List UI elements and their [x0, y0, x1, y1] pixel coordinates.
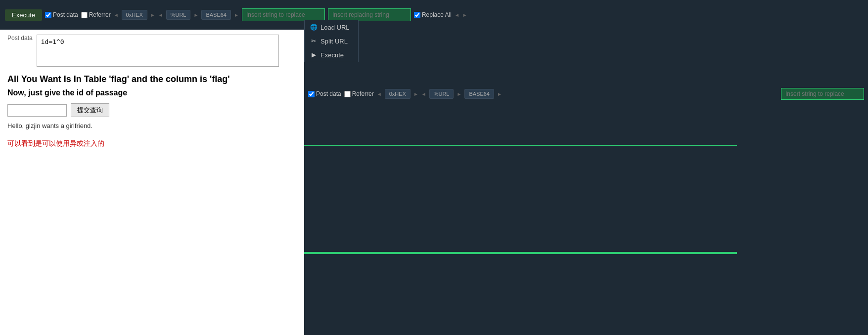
inner-referrer-label: Referrer: [352, 90, 374, 97]
arrow-6: ◄: [455, 12, 459, 18]
split-url-label: Split URL: [320, 38, 348, 45]
left-id-input[interactable]: [7, 104, 67, 117]
inner-arrow-1: ◄: [377, 91, 382, 97]
execute-icon: ▶: [310, 51, 318, 59]
arrow-2: ►: [150, 12, 155, 18]
left-red-note: 可以看到是可以使用异或注入的: [7, 139, 297, 148]
left-post-data-textarea[interactable]: id=1^0: [37, 35, 279, 67]
inner-base64-button[interactable]: BASE64: [464, 89, 494, 99]
load-url-label: Load URL: [320, 24, 350, 31]
inner-arrow-5: ►: [497, 91, 502, 97]
referrer-checkbox[interactable]: [81, 12, 88, 18]
left-page-subtitle: Now, just give the id of passage: [7, 88, 297, 97]
hex-button[interactable]: 0xHEX: [122, 10, 147, 20]
left-submit-button[interactable]: 提交查询: [71, 103, 109, 117]
load-url-item[interactable]: 🌐 Load URL: [305, 20, 358, 34]
inner-toolbar: Post data Referrer ◄ 0xHEX ► ◄ %URL ► BA…: [304, 84, 868, 104]
arrow-7: ►: [462, 12, 467, 18]
left-form: 提交查询: [7, 103, 297, 117]
base64-button[interactable]: BASE64: [201, 10, 231, 20]
right-panel-border: [304, 252, 737, 254]
arrow-3: ◄: [158, 12, 163, 18]
inner-referrer-checkbox-group: Referrer: [344, 90, 374, 97]
post-data-checkbox-group: Post data: [45, 11, 78, 18]
left-page-title: All You Want Is In Table 'flag' and the …: [7, 74, 297, 84]
inner-post-data-label: Post data: [316, 90, 341, 97]
replace-all-label: Replace All: [422, 11, 452, 18]
execute-label: Execute: [320, 51, 344, 59]
inner-referrer-checkbox[interactable]: [344, 91, 351, 97]
replace-all-checkbox[interactable]: [414, 12, 420, 18]
left-post-data-label: Post data: [7, 35, 33, 42]
split-url-item[interactable]: ✂ Split URL: [305, 34, 358, 48]
divider-line: [304, 145, 737, 146]
inner-arrow-4: ►: [457, 91, 461, 97]
inner-post-data-checkbox-group: Post data: [308, 90, 341, 97]
post-data-label: Post data: [53, 11, 78, 18]
referrer-checkbox-group: Referrer: [81, 11, 111, 18]
left-page-content: Post data id=1^0 All You Want Is In Tabl…: [0, 30, 304, 153]
execute-button[interactable]: Execute: [5, 9, 42, 21]
post-data-checkbox[interactable]: [45, 12, 51, 18]
left-hello-text: Hello, glzjin wants a girlfriend.: [7, 122, 297, 129]
referrer-label: Referrer: [89, 11, 111, 18]
right-panel: INT ★ SQL BASICS· UNION BASED· ERROR/DOU…: [304, 0, 868, 335]
inner-insert-string-input[interactable]: [781, 88, 864, 100]
load-url-icon: 🌐: [310, 23, 318, 31]
inner-arrow-3: ◄: [421, 91, 426, 97]
inner-url-button[interactable]: %URL: [429, 89, 454, 99]
dropdown-menu: 🌐 Load URL ✂ Split URL ▶ Execute: [304, 20, 359, 62]
arrow-4: ►: [193, 12, 198, 18]
inner-hex-button[interactable]: 0xHEX: [385, 89, 411, 99]
arrow-1: ◄: [114, 12, 119, 18]
url-button[interactable]: %URL: [166, 10, 191, 20]
replace-all-checkbox-group: Replace All: [414, 11, 452, 18]
inner-post-data-checkbox[interactable]: [308, 91, 315, 97]
execute-item[interactable]: ▶ Execute: [305, 48, 358, 62]
top-toolbar: Execute Post data Referrer ◄ 0xHEX ► ◄ %…: [0, 0, 868, 30]
split-url-icon: ✂: [310, 37, 318, 45]
arrow-5: ►: [234, 12, 239, 18]
inner-arrow-2: ►: [413, 91, 418, 97]
